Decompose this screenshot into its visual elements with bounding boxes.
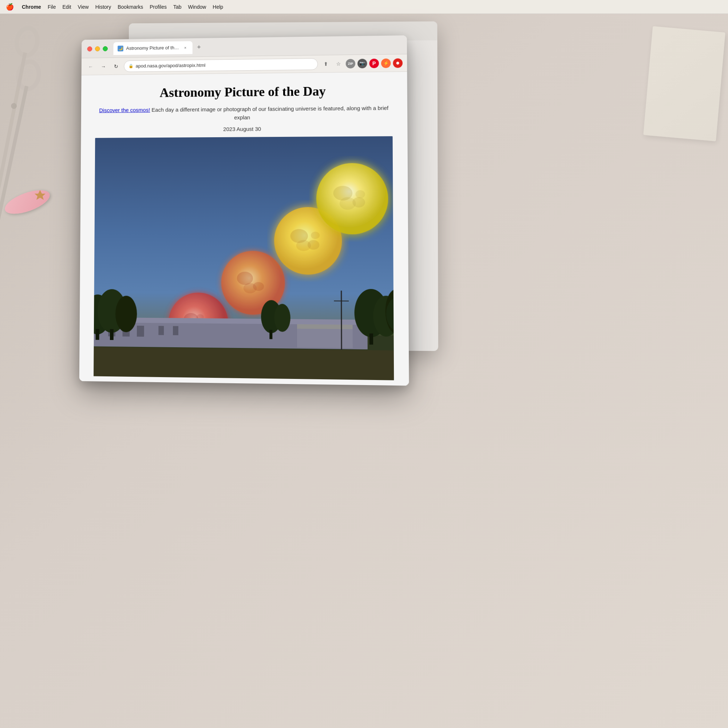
svg-point-0 (15, 26, 39, 57)
camera-extension-button[interactable]: 📷 (358, 59, 367, 68)
red-extension-button[interactable]: ● (393, 58, 402, 68)
svg-rect-44 (96, 329, 99, 340)
menubar: 🍎 Chrome File Edit View History Bookmark… (0, 0, 728, 14)
menubar-bookmarks[interactable]: Bookmarks (118, 4, 143, 10)
menubar-window[interactable]: Window (188, 4, 206, 10)
webpage: Astronomy Picture of the Day Discover th… (80, 72, 409, 385)
address-bar[interactable]: 🔒 apod.nasa.gov/apod/astropix.html (124, 58, 318, 72)
notebook-decoration (643, 26, 725, 141)
share-button[interactable]: ⬆ (321, 59, 331, 69)
svg-point-43 (115, 295, 137, 332)
pinterest-extension-button[interactable]: P (369, 59, 379, 68)
page-description: Discover the cosmos! Each day a differen… (95, 104, 393, 123)
back-button[interactable]: ← (86, 61, 95, 72)
svg-rect-37 (158, 326, 164, 335)
reload-button[interactable]: ↻ (111, 61, 121, 71)
menubar-profiles[interactable]: Profiles (150, 4, 167, 10)
svg-rect-38 (173, 326, 178, 335)
svg-rect-31 (93, 347, 394, 380)
maximize-window-button[interactable] (102, 46, 108, 51)
menubar-help[interactable]: Help (213, 4, 223, 10)
svg-point-27 (340, 197, 356, 210)
date-label: 2023 August 30 (95, 125, 392, 133)
bookmark-button[interactable]: ☆ (333, 59, 343, 69)
svg-rect-45 (110, 329, 113, 340)
tab-bar: 🌙 Astronomy Picture of the Day × + (113, 38, 401, 55)
menubar-tab[interactable]: Tab (173, 4, 182, 10)
menubar-file[interactable]: File (48, 4, 56, 10)
moon-scene (93, 136, 394, 380)
charm-decoration (35, 189, 46, 200)
zip-extension-button[interactable]: ZIP (346, 59, 355, 68)
traffic-lights (87, 46, 108, 51)
lightning-extension-button[interactable]: ⚡ (381, 58, 391, 68)
menubar-chrome[interactable]: Chrome (22, 4, 41, 10)
minimize-window-button[interactable] (95, 46, 100, 51)
menubar-view[interactable]: View (78, 4, 89, 10)
svg-rect-39 (297, 327, 353, 348)
apple-menu-icon[interactable]: 🍎 (6, 3, 14, 11)
menubar-edit[interactable]: Edit (62, 4, 71, 10)
svg-point-18 (243, 283, 257, 294)
svg-line-53 (341, 291, 342, 350)
svg-point-22 (296, 240, 311, 251)
discover-cosmos-link[interactable]: Discover the cosmos! (99, 107, 150, 113)
svg-rect-52 (269, 330, 272, 339)
svg-rect-40 (297, 324, 353, 329)
svg-marker-5 (35, 190, 46, 200)
description-text: Each day a different image or photograph… (150, 105, 388, 121)
desktop: 🍎 Chrome File Edit View History Bookmark… (0, 0, 728, 728)
page-title: Astronomy Picture of the Day (95, 83, 392, 101)
browser-window: 🌙 Astronomy Picture of the Day × + ← → ↻… (80, 35, 409, 385)
apod-image (93, 136, 394, 380)
tab-title: Astronomy Picture of the Day (126, 45, 180, 51)
active-tab[interactable]: 🌙 Astronomy Picture of the Day × (113, 41, 192, 55)
svg-rect-36 (137, 326, 144, 337)
svg-point-28 (355, 190, 365, 198)
close-window-button[interactable] (87, 46, 92, 51)
toolbar-extensions: ⬆ ☆ ZIP 📷 P ⚡ ● (321, 58, 402, 69)
svg-point-51 (274, 304, 291, 332)
svg-point-16 (237, 272, 253, 284)
tab-favicon: 🌙 (118, 46, 123, 51)
new-tab-button[interactable]: + (194, 42, 204, 52)
svg-point-23 (311, 231, 320, 239)
lock-icon: 🔒 (128, 64, 134, 69)
tab-close-button[interactable]: × (182, 45, 188, 50)
forward-button[interactable]: → (98, 61, 108, 71)
moon-composite-svg (93, 136, 394, 380)
svg-rect-49 (369, 333, 373, 345)
menubar-history[interactable]: History (95, 4, 112, 10)
scissors-decoration (0, 11, 62, 258)
browser-content: Astronomy Picture of the Day Discover th… (80, 72, 409, 385)
url-display: apod.nasa.gov/apod/astropix.html (136, 63, 206, 69)
